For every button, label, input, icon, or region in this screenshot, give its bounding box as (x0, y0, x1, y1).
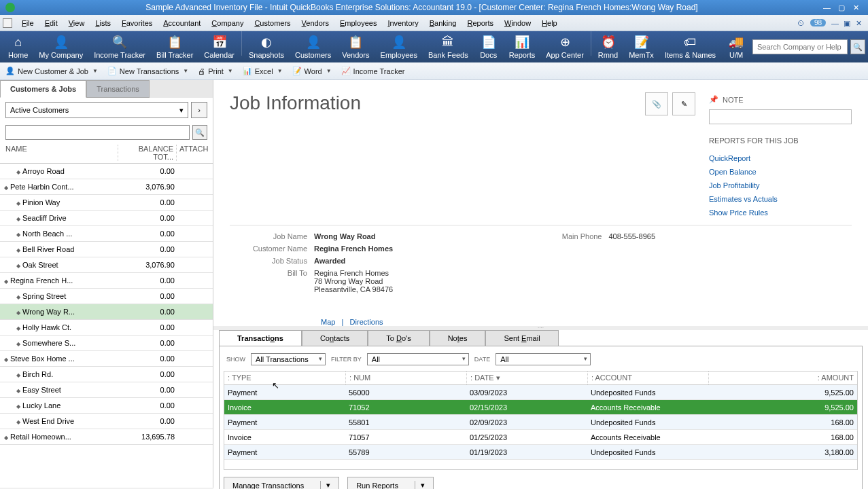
customer-row[interactable]: ◆Seacliff Drive0.00 (0, 211, 213, 226)
menu-window[interactable]: Window (499, 18, 536, 29)
customer-row[interactable]: ◆North Beach ...0.00 (0, 226, 213, 242)
subtab-sent-email[interactable]: Sent Email (485, 330, 558, 346)
menu-banking[interactable]: Banking (424, 18, 462, 29)
menu-accountant[interactable]: Accountant (158, 18, 206, 29)
minimize-button[interactable]: — (823, 3, 833, 12)
customer-search-button[interactable]: 🔍 (192, 125, 207, 140)
income-tracker-button[interactable]: 📈 Income Tracker (341, 67, 405, 75)
report-link-quickreport[interactable]: QuickReport (709, 151, 852, 165)
transaction-row[interactable]: Payment5580102/09/2023Undeposited Funds1… (224, 415, 857, 430)
toolbar-calendar[interactable]: 📅Calendar (198, 31, 240, 62)
menu-company[interactable]: Company (206, 18, 249, 29)
new-transactions-button[interactable]: 📄 New Transactions▼ (107, 67, 188, 75)
map-link[interactable]: Map (321, 318, 335, 326)
subtab-transactions[interactable]: Transactions (219, 330, 302, 346)
toolbar-snapshots[interactable]: ◐Snapshots (243, 31, 290, 62)
toolbar-rmnd[interactable]: ⏰Rmnd (593, 31, 623, 62)
customers-jobs-tab[interactable]: Customers & Jobs (0, 80, 86, 98)
customer-row[interactable]: ◆Birch Rd.0.00 (0, 367, 213, 382)
customer-row[interactable]: ◆Bell River Road0.00 (0, 242, 213, 257)
customer-filter-dropdown[interactable]: Active Customers▾ (5, 102, 188, 118)
menu-view[interactable]: View (63, 18, 90, 29)
transaction-row[interactable]: Payment5578901/19/2023Undeposited Funds3… (224, 445, 857, 460)
toolbar-bank-feeds[interactable]: 🏛Bank Feeds (423, 31, 474, 62)
menu-edit[interactable]: Edit (39, 18, 63, 29)
col-num-header[interactable]: : NUM (345, 372, 466, 384)
report-link-job-profitability[interactable]: Job Profitability (709, 179, 852, 192)
toolbar-items-names[interactable]: 🏷Items & Names (659, 31, 721, 62)
report-link-open-balance[interactable]: Open Balance (709, 165, 852, 179)
menu-vendors[interactable]: Vendors (296, 18, 334, 29)
customer-row[interactable]: ◆Pete Harbin Cont...3,076.90 (0, 179, 213, 195)
customer-row[interactable]: ◆Wrong Way R...0.00 (0, 304, 213, 320)
close-button[interactable]: ✕ (853, 3, 863, 12)
menu-inventory[interactable]: Inventory (382, 18, 423, 29)
transaction-row[interactable]: Invoice7105701/25/2023Accounts Receivabl… (224, 430, 857, 445)
toolbar-memtx[interactable]: 📝MemTx (623, 31, 659, 62)
col-account-header[interactable]: : ACCOUNT (587, 372, 708, 384)
inner-restore[interactable]: ▣ (844, 19, 853, 27)
col-type-header[interactable]: : TYPE (224, 372, 345, 384)
search-button[interactable]: 🔍 (850, 39, 865, 54)
report-link-show-price-rules[interactable]: Show Price Rules (709, 206, 852, 219)
attachment-button[interactable]: 📎 (645, 92, 668, 115)
run-reports-button[interactable]: Run Reports▾ (347, 477, 434, 489)
toolbar-u-m[interactable]: 🚚U/M (721, 31, 751, 62)
transaction-row[interactable]: Payment5600003/09/2023Undeposited Funds9… (224, 385, 857, 400)
filterby-filter[interactable]: All (367, 353, 469, 365)
customer-row[interactable]: ◆West End Drive0.00 (0, 414, 213, 429)
menu-file[interactable]: File (16, 18, 39, 29)
subtab-contacts[interactable]: Contacts (302, 330, 368, 346)
toolbar-my-company[interactable]: 👤My Company (33, 31, 88, 62)
maximize-button[interactable]: ▢ (838, 3, 848, 12)
toolbar-income-tracker[interactable]: 🔍Income Tracker (88, 31, 151, 62)
directions-link[interactable]: Directions (350, 318, 383, 326)
menu-help[interactable]: Help (536, 18, 563, 29)
customer-row[interactable]: ◆Holly Hawk Ct.0.00 (0, 320, 213, 336)
inner-minimize[interactable]: — (831, 19, 841, 27)
new-customer-button[interactable]: 👤 New Customer & Job▼ (5, 67, 98, 75)
toolbar-reports[interactable]: 📊Reports (504, 31, 541, 62)
toolbar-docs[interactable]: 📄Docs (474, 31, 504, 62)
excel-button[interactable]: 📊 Excel▼ (243, 67, 283, 75)
note-input[interactable] (709, 109, 852, 124)
menu-customers[interactable]: Customers (249, 18, 296, 29)
show-filter[interactable]: All Transactions (251, 353, 326, 365)
toolbar-bill-tracker[interactable]: 📋Bill Tracker (151, 31, 198, 62)
menu-favorites[interactable]: Favorites (116, 18, 158, 29)
toolbar-employees[interactable]: 👤Employees (375, 31, 423, 62)
print-button[interactable]: 🖨 Print▼ (198, 67, 233, 75)
customer-row[interactable]: ◆Oak Street3,076.90 (0, 257, 213, 273)
customer-row[interactable]: ◆Retail Homeown...13,695.78 (0, 429, 213, 445)
customer-row[interactable]: ◆Regina French H...0.00 (0, 273, 213, 289)
date-filter[interactable]: All (496, 353, 591, 365)
subtab-to-do-s[interactable]: To Do's (368, 330, 429, 346)
customer-row[interactable]: ◆Easy Street0.00 (0, 382, 213, 398)
customer-row[interactable]: ◆Pinion Way0.00 (0, 195, 213, 211)
reminder-badge[interactable]: 98 (810, 19, 826, 26)
customer-row[interactable]: ◆Lucky Lane0.00 (0, 398, 213, 414)
manage-transactions-button[interactable]: Manage Transactions▾ (224, 477, 339, 489)
toolbar-vendors[interactable]: 📋Vendors (336, 31, 375, 62)
toolbar-home[interactable]: ⌂Home (3, 31, 33, 62)
reminder-icon[interactable]: ⏲ (797, 19, 805, 27)
customer-list[interactable]: ◆Arroyo Road0.00◆Pete Harbin Cont...3,07… (0, 164, 213, 488)
col-amount-header[interactable]: : AMOUNT (708, 372, 857, 384)
transaction-row[interactable]: Invoice7105202/15/2023Accounts Receivabl… (224, 400, 857, 415)
customer-search-input[interactable] (5, 125, 190, 140)
expand-arrow-button[interactable]: › (191, 102, 207, 118)
word-button[interactable]: 📝 Word▼ (292, 67, 332, 75)
col-date-header[interactable]: : DATE ▾ (466, 372, 587, 384)
toolbar-app-center[interactable]: ⊕App Center (540, 31, 589, 62)
menu-employees[interactable]: Employees (334, 18, 382, 29)
customer-row[interactable]: ◆Spring Street0.00 (0, 289, 213, 304)
menu-lists[interactable]: Lists (90, 18, 116, 29)
report-link-estimates-vs-actuals[interactable]: Estimates vs Actuals (709, 192, 852, 206)
customer-row[interactable]: ◆Arroyo Road0.00 (0, 164, 213, 179)
menu-reports[interactable]: Reports (462, 18, 499, 29)
customer-row[interactable]: ◆Steve Box Home ...0.00 (0, 351, 213, 367)
subtab-notes[interactable]: Notes (430, 330, 486, 346)
customer-row[interactable]: ◆Somewhere S...0.00 (0, 336, 213, 351)
company-search-input[interactable] (752, 39, 848, 54)
inner-close[interactable]: ✕ (856, 19, 865, 27)
